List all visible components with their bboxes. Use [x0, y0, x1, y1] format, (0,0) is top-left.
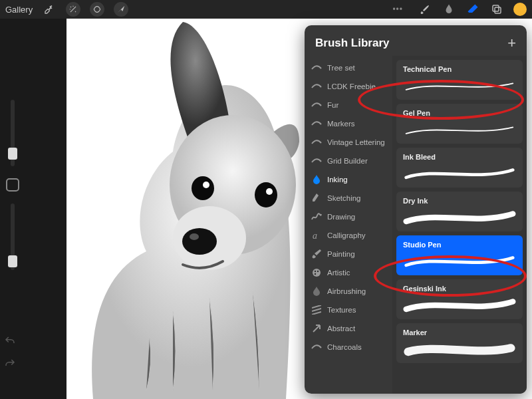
brush-studio-pen[interactable]: Studio Pen: [396, 235, 523, 275]
category-icon: [311, 342, 322, 352]
artwork-dog: [66, 19, 313, 399]
category-icon: [311, 156, 322, 166]
smudge-tool-icon[interactable]: [442, 2, 456, 17]
category-icon: [311, 118, 322, 129]
add-brush-button[interactable]: +: [507, 35, 516, 52]
category-item-textures[interactable]: Textures: [305, 301, 392, 319]
category-icon: [311, 323, 322, 334]
eraser-tool-icon[interactable]: [466, 2, 480, 17]
left-sidebar: [4, 100, 21, 270]
category-item-markers[interactable]: Markers: [305, 114, 392, 133]
category-item-painting[interactable]: Painting: [305, 245, 392, 263]
category-icon: [311, 193, 322, 203]
svg-point-8: [255, 182, 277, 207]
brush-tool-icon[interactable]: [418, 2, 432, 17]
category-label: Charcoals: [327, 343, 362, 351]
svg-point-12: [315, 271, 316, 272]
category-label: Textures: [327, 306, 356, 314]
brush-name-label: Technical Pen: [403, 65, 516, 73]
category-label: Drawing: [327, 213, 355, 221]
category-item-inking[interactable]: Inking: [305, 170, 392, 189]
category-item-lcdk-freebie[interactable]: LCDK Freebie: [305, 77, 392, 96]
brush-library-panel: Brush Library + Tree setLCDK FreebieFurM…: [305, 25, 527, 394]
category-item-vintage-lettering[interactable]: Vintage Lettering: [305, 133, 392, 152]
category-label: Artistic: [327, 269, 350, 277]
category-label: Airbrushing: [327, 287, 366, 295]
top-toolbar: Gallery •••: [0, 0, 532, 19]
svg-text:a: a: [313, 231, 317, 240]
category-label: Painting: [327, 250, 355, 258]
brush-stroke-preview: [403, 77, 516, 96]
brush-list: Technical PenGel PenInk BleedDry InkStud…: [392, 56, 527, 394]
category-icon: [311, 286, 322, 297]
brush-marker[interactable]: Marker: [396, 323, 523, 363]
svg-point-14: [315, 273, 316, 275]
category-item-grid-builder[interactable]: Grid Builder: [305, 152, 392, 170]
brush-size-slider[interactable]: [11, 100, 15, 166]
category-label: Tree set: [327, 64, 355, 72]
category-icon: [311, 305, 322, 315]
category-item-charcoals[interactable]: Charcoals: [305, 338, 392, 356]
panel-title: Brush Library: [315, 37, 389, 50]
category-label: Inking: [327, 176, 348, 184]
svg-point-6: [192, 176, 214, 200]
brush-gel-pen[interactable]: Gel Pen: [396, 104, 523, 144]
gallery-button[interactable]: Gallery: [5, 5, 33, 15]
category-item-drawing[interactable]: Drawing: [305, 207, 392, 226]
svg-point-4: [182, 228, 217, 255]
category-icon: [311, 249, 322, 259]
svg-point-5: [190, 233, 199, 240]
opacity-slider[interactable]: [11, 203, 15, 270]
wrench-icon[interactable]: [42, 2, 57, 17]
category-item-artistic[interactable]: Artistic: [305, 263, 392, 282]
brush-name-label: Gel Pen: [403, 109, 516, 117]
category-label: Fur: [327, 101, 338, 109]
svg-rect-1: [495, 7, 501, 13]
category-icon: [311, 211, 322, 222]
category-icon: [311, 63, 322, 73]
transform-icon[interactable]: [114, 2, 128, 17]
svg-rect-0: [493, 5, 499, 11]
redo-icon[interactable]: [4, 358, 16, 372]
brush-stroke-preview: [403, 340, 516, 359]
category-icon: a: [311, 230, 322, 241]
category-icon: [311, 267, 322, 278]
svg-point-11: [313, 269, 321, 277]
brush-stroke-preview: [403, 121, 516, 140]
category-icon: [311, 81, 322, 92]
category-item-tree-set[interactable]: Tree set: [305, 59, 392, 77]
category-icon: [311, 174, 322, 185]
category-icon: [311, 100, 322, 110]
category-label: Sketching: [327, 194, 361, 202]
modify-button[interactable]: [6, 178, 19, 192]
overflow-icon[interactable]: •••: [392, 5, 403, 14]
category-item-sketching[interactable]: Sketching: [305, 189, 392, 207]
brush-stroke-preview: [403, 209, 516, 227]
category-label: Grid Builder: [327, 157, 368, 165]
layers-icon[interactable]: [489, 2, 504, 17]
brush-technical-pen[interactable]: Technical Pen: [396, 60, 523, 100]
brush-dry-ink[interactable]: Dry Ink: [396, 192, 523, 231]
category-item-calligraphy[interactable]: aCalligraphy: [305, 226, 392, 245]
brush-stroke-preview: [403, 165, 516, 184]
brush-name-label: Ink Bleed: [403, 153, 516, 161]
brush-gesinski-ink[interactable]: Gesinski Ink: [396, 279, 523, 319]
brush-name-label: Gesinski Ink: [403, 285, 516, 293]
selection-icon[interactable]: [90, 2, 104, 17]
category-label: Markers: [327, 120, 355, 128]
category-label: Calligraphy: [327, 231, 366, 239]
category-label: Abstract: [327, 325, 355, 332]
brush-ink-bleed[interactable]: Ink Bleed: [396, 148, 523, 188]
svg-point-9: [266, 188, 273, 195]
undo-icon[interactable]: [4, 335, 16, 350]
category-item-abstract[interactable]: Abstract: [305, 319, 392, 338]
magic-wand-icon[interactable]: [66, 2, 80, 17]
category-item-airbrushing[interactable]: Airbrushing: [305, 282, 392, 301]
color-swatch[interactable]: [513, 3, 527, 16]
brush-category-list: Tree setLCDK FreebieFurMarkersVintage Le…: [305, 56, 392, 394]
brush-name-label: Studio Pen: [403, 241, 516, 249]
category-label: LCDK Freebie: [327, 82, 376, 90]
category-item-fur[interactable]: Fur: [305, 96, 392, 114]
undo-redo-group: [4, 335, 16, 372]
brush-name-label: Dry Ink: [403, 197, 516, 205]
